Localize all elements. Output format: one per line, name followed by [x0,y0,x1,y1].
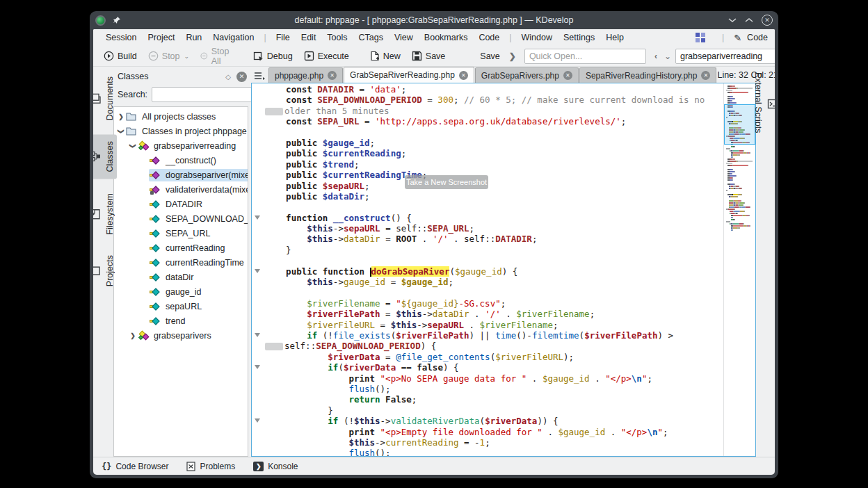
debug-button[interactable]: Debug [248,49,298,63]
minimap-line [726,148,754,149]
search-dropdown-chevron[interactable]: ⌄ [661,51,674,61]
menu-item-navigation[interactable]: Navigation [207,31,259,44]
tree-item-currentreading[interactable]: currentReading [114,241,248,255]
expander-icon[interactable]: ❯ [117,113,125,120]
tree-item-currentreadingtime[interactable]: currentReadingTime [114,255,248,270]
minimize-button[interactable] [728,17,737,23]
tree-item-grabseparivers[interactable]: ❯grabseparivers [114,328,248,343]
minimap-line [726,177,754,179]
minimap-line [726,167,754,168]
minimap-line [726,96,754,97]
minimap-line [726,219,754,220]
execute-button[interactable]: Execute [299,49,354,63]
projects-icon [93,266,101,277]
konsole-icon: ❯ [253,462,264,471]
tree-item-sepa-url[interactable]: SEPA_URL [114,226,248,241]
method-icon [150,156,162,165]
panel-float-icon[interactable]: ◇ [225,73,231,81]
tree-item-classes-in-project-phppage[interactable]: ❯Classes in project phppage [114,124,248,138]
dock-tab-filesystem[interactable]: Filesystem [93,186,117,242]
tree-item-datadir[interactable]: DATADIR [114,197,248,211]
menu-item-code[interactable]: Code [473,31,505,44]
titlebar[interactable]: default: phppage - [ phppage:GrabSepaRiv… [90,11,778,29]
menu-item-view[interactable]: View [389,31,419,44]
panel-close-icon[interactable]: ✕ [236,72,247,82]
tree-item-gauge-id[interactable]: gauge_id [114,284,248,299]
tree-item-dograbsepariver-mixed-[interactable]: dograbsepariver(mixed) [114,168,248,182]
menu-item-bookmarks[interactable]: Bookmarks [419,31,474,44]
menu-item-ctags[interactable]: CTags [353,31,389,44]
tree-item-label: SEPA_URL [164,228,213,239]
code-line [265,255,723,266]
tree-item-all-projects-classes[interactable]: ❯All projects classes [114,109,248,124]
minimap-line [726,156,754,158]
dock-tab-documents[interactable]: Documents [93,70,117,127]
build-button[interactable]: Build [99,49,142,63]
variable-icon [150,258,162,268]
editor-tab-phppage-php[interactable]: phppage.php✕ [268,67,343,83]
menu-item-help[interactable]: Help [600,31,629,44]
fold-arrow-icon[interactable] [255,269,260,273]
search-prev-button[interactable]: ‹ [652,51,660,61]
tree-item-trend[interactable]: trend [114,314,248,328]
minimap-line [726,169,754,170]
minimap-line [726,146,754,147]
tab-close-icon[interactable]: ✕ [701,71,710,80]
close-button[interactable]: ✕ [762,15,773,26]
expander-icon[interactable]: ❯ [129,332,137,339]
toolbar-search-input[interactable] [675,49,775,64]
code-browser-button[interactable]: {} Code Browser [102,462,168,471]
dock-tab-projects[interactable]: Projects [93,248,117,293]
code-line: const SEPA_DOWNLOAD_PERIOD = 300; // 60 … [265,95,723,105]
editor-tab-grabsepariverreading-php[interactable]: GrabSepaRiverReading.php✕ [344,67,474,83]
tree-item-sepaurl[interactable]: sepaURL [114,299,248,314]
minimap[interactable] [723,83,755,456]
document-list-icon[interactable] [252,72,268,83]
editor-tab-grabseparivers-php[interactable]: GrabSepaRivers.php✕ [475,67,579,83]
tree-item-sepa-download-period[interactable]: SEPA_DOWNLOAD_PERIOD [114,211,248,226]
expander-icon[interactable]: ❯ [129,142,136,150]
tree-item--construct-[interactable]: __construct() [114,153,248,168]
fold-arrow-icon[interactable] [255,333,260,337]
menu-item-settings[interactable]: Settings [558,31,600,44]
maximize-button[interactable] [745,17,753,23]
area-code-button[interactable]: Code [747,33,768,42]
konsole-button[interactable]: ❯ Konsole [253,462,298,471]
menu-item-tools[interactable]: Tools [321,31,353,44]
tree-item-datadir[interactable]: dataDir [114,270,248,284]
fold-arrow-icon[interactable] [255,365,260,369]
minimap-line [726,175,754,177]
code-line: print "<p>No SEPA gauge data for " . $ga… [265,373,723,384]
menu-item-file[interactable]: File [271,31,296,44]
menu-item-edit[interactable]: Edit [296,31,322,44]
save-button[interactable]: SaveSave [407,49,505,63]
fold-arrow-icon[interactable] [255,215,260,220]
area-switcher-icon[interactable] [696,33,705,42]
new-button[interactable]: New [365,49,405,63]
menu-item-session[interactable]: Session [100,31,142,44]
fold-arrow-icon[interactable] [255,418,260,423]
tab-close-icon[interactable]: ✕ [459,71,468,80]
menu-item-project[interactable]: Project [142,31,180,44]
menu-item-run[interactable]: Run [180,31,207,44]
code-editor[interactable]: const DATADIR = 'data'; const SEPA_DOWNL… [252,83,723,456]
fold-gutter[interactable] [252,83,265,456]
menu-separator: | [505,33,515,42]
tab-close-icon[interactable]: ✕ [328,71,337,80]
code-line: print "<p>Empty file downloaded for " . … [265,427,723,437]
editor-tab-separiverreadinghistory-php[interactable]: SepaRiverReadingHistory.php✕ [579,67,717,83]
expander-icon[interactable]: ❯ [118,127,124,136]
minimap-line [726,190,754,191]
minimap-viewport[interactable] [724,104,755,145]
tab-close-icon[interactable]: ✕ [563,71,572,80]
minimap-line [726,188,754,189]
menu-bar: SessionProjectRunNavigation|FileEditTool… [93,29,775,46]
quick-open-input[interactable] [524,49,646,64]
tree-item-grabsepariverreading[interactable]: ❯grabsepariverreading [114,138,248,153]
problems-button[interactable]: Problems [186,462,235,471]
tree-item-validateriverdata-mixed-[interactable]: validateriverdata(mixed) [114,182,248,197]
dock-tab-classes[interactable]: Classes [93,134,117,179]
toolbar-overflow-chevron[interactable]: ❯ [506,51,519,61]
menu-item-window[interactable]: Window [516,31,558,44]
pin-icon[interactable] [113,16,121,24]
